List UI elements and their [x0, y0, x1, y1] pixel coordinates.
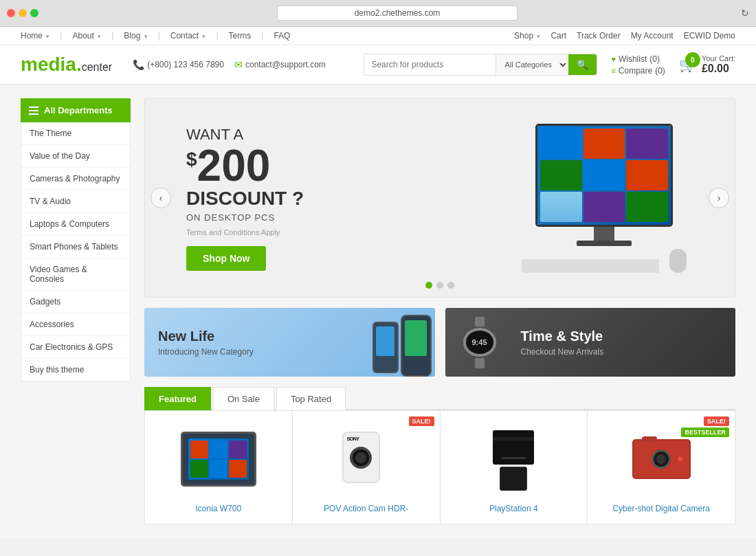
hero-price-symbol: $ [186, 148, 197, 169]
hero-inner: WANT A $200 DISCOUNT ? ON DESKTOP PCS Te… [145, 99, 735, 297]
nav-shop[interactable]: Shop ▾ [514, 31, 540, 41]
cart-info[interactable]: 🛒 0 Your Cart: £0.00 [679, 54, 735, 75]
hero-slider: WANT A $200 DISCOUNT ? ON DESKTOP PCS Te… [144, 98, 735, 298]
hero-prev-button[interactable]: ‹ [151, 188, 171, 208]
heart-icon: ♥ [611, 55, 616, 63]
hero-terms: Terms and Conditions Apply [186, 228, 515, 236]
tab-on-sale[interactable]: On Sale [213, 387, 274, 410]
promo-subtitle-2: Checkout New Arrivals [521, 347, 604, 357]
nav-account[interactable]: My Account [631, 31, 674, 41]
desktop-monitor-image [535, 124, 673, 227]
nav-track[interactable]: Track Order [577, 31, 621, 41]
sidebar-item-3[interactable]: TV & Audio [21, 190, 130, 213]
hero-image [515, 115, 693, 280]
sidebar-item-10[interactable]: Buy this theme [21, 359, 130, 381]
cart-price: £0.00 [702, 63, 735, 75]
contact-phone: 📞 (+800) 123 456 7890 [133, 59, 224, 70]
sidebar-item-9[interactable]: Car Electronics & GPS [21, 336, 130, 359]
desktop-keyboard [522, 259, 659, 273]
cart-text-wrap: Your Cart: £0.00 [702, 54, 735, 75]
product-grid: Iconia W700 SALE! [144, 410, 735, 524]
product-card-1: Iconia W700 [145, 411, 292, 524]
product-title-3[interactable]: PlayStation 4 [451, 504, 577, 513]
nav-terms[interactable]: Terms [229, 31, 252, 41]
wishlist-link[interactable]: ♥ Wishlist (0) [611, 54, 665, 64]
all-departments-button[interactable]: All Departments [21, 98, 131, 122]
nav-about[interactable]: About ▾ [72, 31, 101, 41]
browser-chrome: demo2.chethemes.com ↻ [0, 0, 756, 27]
nav-cart[interactable]: Cart [551, 31, 566, 41]
url-bar[interactable]: demo2.chethemes.com [277, 5, 517, 21]
sidebar-item-6[interactable]: Video Games & Consoles [21, 258, 130, 291]
minimize-dot[interactable] [19, 9, 27, 17]
phone-icon: 📞 [133, 59, 144, 70]
product-badge-green-4: BESTSELLER [681, 427, 729, 437]
nav-home[interactable]: Home ▾ [21, 31, 49, 41]
search-input[interactable] [364, 54, 496, 75]
promo-title-2: Time & Style [521, 328, 604, 344]
sidebar-menu: The Theme Value of the Day Cameras & Pho… [21, 122, 131, 381]
nav-blog[interactable]: Blog ▾ [124, 31, 147, 41]
hero-next-button[interactable]: › [709, 188, 729, 208]
top-nav: Home ▾ | About ▾ | Blog ▾ | Contact ▾ | … [0, 27, 756, 45]
sidebar-item-4[interactable]: Laptops & Computers [21, 213, 130, 236]
hero-shop-button[interactable]: Shop Now [186, 246, 266, 271]
hero-price: $200 [186, 144, 515, 188]
reload-icon[interactable]: ↻ [741, 8, 749, 19]
product-title-1[interactable]: Iconia W700 [155, 504, 282, 513]
tab-featured[interactable]: Featured [144, 387, 211, 410]
browser-dots [7, 9, 38, 17]
search-category-select[interactable]: All Categories [496, 54, 568, 75]
sidebar-item-7[interactable]: Gadgets [21, 291, 130, 313]
top-nav-left: Home ▾ | About ▾ | Blog ▾ | Contact ▾ | … [21, 31, 290, 41]
sidebar-item-5[interactable]: Smart Phones & Tablets [21, 236, 130, 258]
promo-banner-2[interactable]: 9:45 Time & Style Checkout New Arrivals [445, 308, 736, 377]
sidebar-item-2[interactable]: Cameras & Photography [21, 168, 130, 190]
promo-subtitle-1: Introducing New Category [158, 347, 254, 357]
all-departments-label: All Departments [44, 105, 113, 115]
maximize-dot[interactable] [30, 9, 38, 17]
product-title-2[interactable]: POV Action Cam HDR- [303, 504, 430, 513]
compare-count: (0) [655, 66, 665, 76]
tab-top-rated[interactable]: Top Rated [276, 387, 346, 410]
sidebar-item-8[interactable]: Accessories [21, 313, 130, 336]
product-badge-4: SALE! [704, 416, 729, 426]
product-image-3 [451, 421, 577, 497]
sidebar-item-1[interactable]: Value of the Day [21, 145, 130, 168]
hero-text: WANT A $200 DISCOUNT ? ON DESKTOP PCS Te… [186, 126, 515, 271]
nav-ecwid[interactable]: ECWID Demo [684, 31, 735, 41]
cart-count-badge: 0 [685, 52, 700, 67]
hero-dot-3[interactable] [447, 282, 454, 289]
close-dot[interactable] [7, 9, 15, 17]
featured-section: Featured On Sale Top Rated [144, 387, 735, 524]
promo-title-1: New Life [158, 328, 254, 344]
desktop-mouse [669, 249, 687, 273]
compare-icon: ≡ [611, 67, 615, 75]
sidebar-item-0[interactable]: The Theme [21, 122, 130, 145]
search-button[interactable]: 🔍 [568, 54, 597, 75]
product-card-4: SALE! BESTSELLER [588, 411, 735, 524]
nav-contact[interactable]: Contact ▾ [170, 31, 206, 41]
hero-discount: DISCOUNT ? [186, 188, 515, 210]
main-content: WANT A $200 DISCOUNT ? ON DESKTOP PCS Te… [144, 98, 735, 524]
logo[interactable]: media.center [21, 54, 112, 76]
hero-dots [425, 282, 454, 289]
desktop-stand [594, 227, 614, 241]
nav-faq[interactable]: FAQ [274, 31, 290, 41]
email-address: contact@support.com [245, 60, 326, 69]
cart-label: Your Cart: [702, 54, 735, 63]
header-contact: 📞 (+800) 123 456 7890 ✉ contact@support.… [133, 59, 326, 70]
promo-banner-1[interactable]: New Life Introducing New Category [144, 308, 435, 377]
wishlist-count: (0) [649, 54, 660, 64]
product-image-2: SONY [303, 421, 430, 497]
content-area: All Departments The Theme Value of the D… [0, 85, 756, 538]
sidebar: All Departments The Theme Value of the D… [21, 98, 131, 524]
compare-link[interactable]: ≡ Compare (0) [611, 66, 665, 76]
logo-dot: . [76, 54, 82, 76]
logo-media-text: media [21, 54, 76, 76]
hero-dot-1[interactable] [425, 282, 432, 289]
contact-email: ✉ contact@support.com [234, 59, 326, 70]
hero-dot-2[interactable] [436, 282, 443, 289]
wishlist-label: Wishlist [619, 54, 647, 64]
product-title-4[interactable]: Cyber-shot Digital Camera [598, 504, 724, 513]
